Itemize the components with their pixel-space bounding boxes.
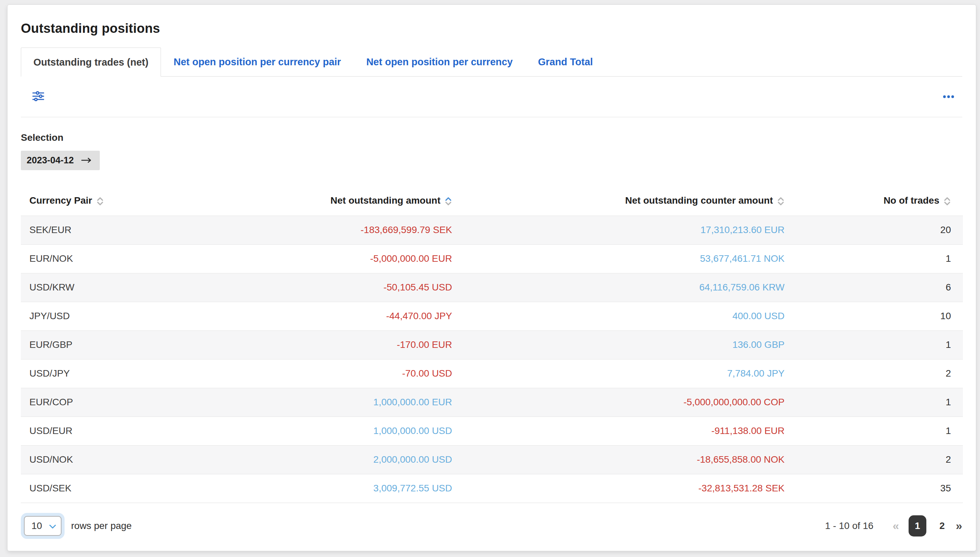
pagination: 1 - 10 of 16 « 1 2 »: [825, 515, 962, 536]
page-2-button[interactable]: 2: [935, 520, 949, 531]
no-of-trades-cell: 1: [785, 417, 963, 445]
net-outstanding-amount-cell: -44,470.00 JPY: [226, 302, 452, 331]
sort-icon: [96, 197, 104, 208]
table-row: JPY/USD -44,470.00 JPY 400.00 USD 10: [21, 302, 963, 331]
tab-net-open-position-per-currency[interactable]: Net open position per currency: [354, 47, 526, 77]
selection-label: Selection: [21, 132, 962, 143]
net-outstanding-counter-amount-cell: -32,813,531.28 SEK: [452, 474, 785, 503]
rows-per-page-value: 10: [31, 520, 42, 531]
net-outstanding-counter-amount-cell: -911,138.00 EUR: [452, 417, 785, 445]
net-outstanding-amount-cell: 2,000,000.00 USD: [226, 445, 452, 474]
filter-button[interactable]: [30, 88, 47, 105]
column-header-net-outstanding-counter-amount[interactable]: Net outstanding counter amount: [452, 188, 785, 216]
sort-ascending-icon: [444, 197, 452, 208]
net-outstanding-counter-amount-cell: 53,677,461.71 NOK: [452, 244, 785, 273]
tab-label: Outstanding trades (net): [34, 57, 149, 68]
net-outstanding-amount-cell: -70.00 USD: [226, 359, 452, 388]
column-label: Net outstanding amount: [330, 195, 440, 206]
column-label: Currency Pair: [29, 195, 92, 206]
net-outstanding-counter-amount-cell: 400.00 USD: [452, 302, 785, 331]
column-header-net-outstanding-amount[interactable]: Net outstanding amount: [226, 188, 452, 216]
net-outstanding-amount-cell: -5,000,000.00 EUR: [226, 244, 452, 273]
tab-label: Net open position per currency: [366, 56, 513, 68]
currency-pair-cell: USD/EUR: [21, 417, 226, 445]
next-page-button[interactable]: »: [956, 519, 962, 533]
table-row: USD/NOK 2,000,000.00 USD -18,655,858.00 …: [21, 445, 963, 474]
net-outstanding-counter-amount-cell: 7,784.00 JPY: [452, 359, 785, 388]
table-row: USD/SEK 3,009,772.55 USD -32,813,531.28 …: [21, 474, 963, 503]
rows-per-page: 10 rows per page: [21, 516, 132, 536]
tab-outstanding-trades-net[interactable]: Outstanding trades (net): [21, 47, 161, 77]
ellipsis-icon: [943, 94, 954, 99]
table-row: USD/KRW -50,105.45 USD 64,116,759.06 KRW…: [21, 273, 963, 302]
net-outstanding-amount-cell: 1,000,000.00 EUR: [226, 388, 452, 417]
net-outstanding-amount-cell: 1,000,000.00 USD: [226, 417, 452, 445]
table-header-row: Currency Pair Net outstanding amount Net…: [21, 188, 963, 216]
no-of-trades-cell: 20: [785, 216, 963, 244]
page-1-button[interactable]: 1: [908, 515, 926, 536]
net-outstanding-counter-amount-cell: 64,116,759.06 KRW: [452, 273, 785, 302]
tab-net-open-position-per-currency-pair[interactable]: Net open position per currency pair: [161, 47, 354, 77]
currency-pair-cell: USD/SEK: [21, 474, 226, 503]
currency-pair-cell: USD/JPY: [21, 359, 226, 388]
arrow-right-icon: [81, 155, 91, 166]
rows-per-page-select[interactable]: 10: [24, 516, 62, 536]
rows-per-page-label: rows per page: [71, 520, 132, 531]
date-selection-button[interactable]: 2023-04-12: [21, 151, 100, 170]
outstanding-trades-table: Currency Pair Net outstanding amount Net…: [21, 188, 963, 503]
tab-label: Grand Total: [538, 56, 593, 68]
chevron-down-icon: [49, 520, 56, 531]
currency-pair-cell: JPY/USD: [21, 302, 226, 331]
table-row: EUR/COP 1,000,000.00 EUR -5,000,000,000.…: [21, 388, 963, 417]
table-row: EUR/NOK -5,000,000.00 EUR 53,677,461.71 …: [21, 244, 963, 273]
page-title: Outstanding positions: [21, 21, 962, 36]
outstanding-positions-card: Outstanding positions Outstanding trades…: [7, 5, 976, 551]
net-outstanding-amount-cell: 3,009,772.55 USD: [226, 474, 452, 503]
no-of-trades-cell: 1: [785, 388, 963, 417]
net-outstanding-amount-cell: -50,105.45 USD: [226, 273, 452, 302]
no-of-trades-cell: 35: [785, 474, 963, 503]
column-header-currency-pair[interactable]: Currency Pair: [21, 188, 226, 216]
table-row: EUR/GBP -170.00 EUR 136.00 GBP 1: [21, 331, 963, 359]
currency-pair-cell: EUR/NOK: [21, 244, 226, 273]
no-of-trades-cell: 2: [785, 359, 963, 388]
no-of-trades-cell: 10: [785, 302, 963, 331]
previous-page-button[interactable]: «: [892, 519, 899, 533]
selected-date: 2023-04-12: [27, 155, 74, 166]
sort-icon: [777, 197, 785, 208]
currency-pair-cell: EUR/COP: [21, 388, 226, 417]
filter-sliders-icon: [33, 91, 44, 102]
table-row: USD/JPY -70.00 USD 7,784.00 JPY 2: [21, 359, 963, 388]
tab-bar: Outstanding trades (net) Net open positi…: [21, 47, 962, 77]
table-row: USD/EUR 1,000,000.00 USD -911,138.00 EUR…: [21, 417, 963, 445]
no-of-trades-cell: 1: [785, 331, 963, 359]
net-outstanding-counter-amount-cell: 136.00 GBP: [452, 331, 785, 359]
table-toolbar: [21, 77, 962, 117]
no-of-trades-cell: 1: [785, 244, 963, 273]
table-row: SEK/EUR -183,669,599.79 SEK 17,310,213.6…: [21, 216, 963, 244]
tab-grand-total[interactable]: Grand Total: [526, 47, 606, 77]
column-label: No of trades: [884, 195, 939, 206]
more-options-button[interactable]: [940, 91, 957, 102]
column-header-no-of-trades[interactable]: No of trades: [785, 188, 963, 216]
pagination-range-label: 1 - 10 of 16: [825, 520, 874, 531]
net-outstanding-counter-amount-cell: 17,310,213.60 EUR: [452, 216, 785, 244]
net-outstanding-amount-cell: -170.00 EUR: [226, 331, 452, 359]
selection-section: Selection 2023-04-12: [21, 132, 962, 170]
currency-pair-cell: SEK/EUR: [21, 216, 226, 244]
net-outstanding-amount-cell: -183,669,599.79 SEK: [226, 216, 452, 244]
net-outstanding-counter-amount-cell: -5,000,000,000.00 COP: [452, 388, 785, 417]
no-of-trades-cell: 2: [785, 445, 963, 474]
currency-pair-cell: USD/KRW: [21, 273, 226, 302]
no-of-trades-cell: 6: [785, 273, 963, 302]
net-outstanding-counter-amount-cell: -18,655,858.00 NOK: [452, 445, 785, 474]
currency-pair-cell: USD/NOK: [21, 445, 226, 474]
tab-label: Net open position per currency pair: [174, 56, 341, 68]
sort-icon: [943, 197, 951, 208]
table-footer: 10 rows per page 1 - 10 of 16 « 1 2 »: [21, 515, 962, 536]
currency-pair-cell: EUR/GBP: [21, 331, 226, 359]
column-label: Net outstanding counter amount: [625, 195, 773, 206]
